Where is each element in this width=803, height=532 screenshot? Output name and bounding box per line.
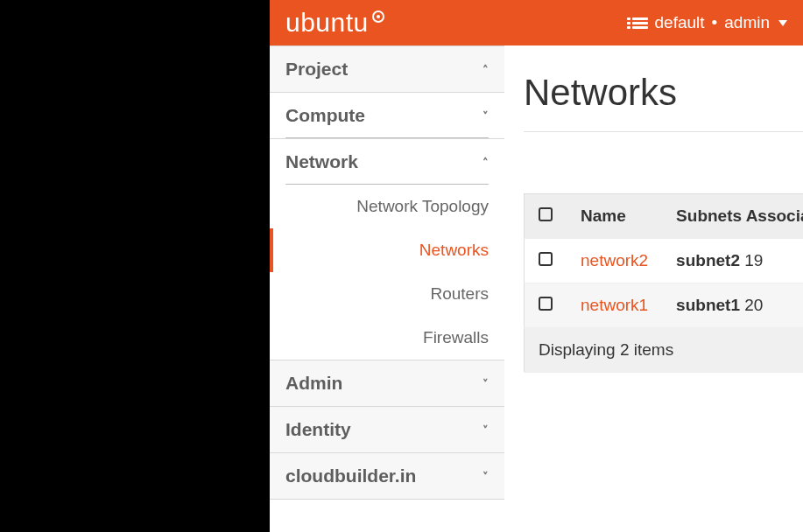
chevron-down-icon: ˅ — [483, 109, 489, 122]
sidebar-item-label: Admin — [285, 373, 342, 394]
domain-project-switcher[interactable]: default • admin — [632, 13, 787, 32]
main-area: Project ˄ Compute ˅ Network ˄ — [270, 46, 803, 532]
sidebar-item-label: Identity — [285, 419, 351, 440]
sidebar-item-label: Compute — [285, 105, 365, 126]
sidebar-item-label: Firewalls — [423, 328, 489, 347]
chevron-up-icon: ˄ — [483, 63, 489, 76]
sidebar-item-firewalls[interactable]: Firewalls — [270, 316, 504, 360]
select-all-checkbox[interactable] — [539, 207, 553, 221]
sidebar-item-label: Networks — [419, 241, 489, 260]
chevron-down-icon: ˅ — [483, 470, 489, 483]
column-name[interactable]: Name — [567, 194, 662, 239]
app-root: ubuntu default • admin Project ˄ Compute — [270, 0, 803, 532]
sidebar-item-compute[interactable]: Compute ˅ — [270, 93, 504, 138]
table-footer-row: Displaying 2 items — [525, 328, 804, 373]
sidebar-panel-cloudbuilder: cloudbuilder.in ˅ — [270, 452, 504, 500]
table-row: network1 subnet1 20 — [525, 284, 804, 328]
user-label: admin — [724, 13, 770, 32]
list-icon — [632, 18, 648, 29]
row-checkbox[interactable] — [539, 297, 553, 311]
sidebar-item-networks[interactable]: Networks — [270, 228, 504, 272]
sidebar-item-identity[interactable]: Identity ˅ — [270, 407, 504, 452]
network-subitems: Network Topology Networks Routers Firewa… — [270, 185, 504, 360]
sidebar-item-label: Network Topology — [356, 197, 489, 216]
network-link[interactable]: network2 — [581, 251, 648, 270]
sidebar-item-project[interactable]: Project ˄ — [270, 46, 504, 92]
sidebar-item-label: Network — [285, 151, 358, 172]
sidebar-panel-identity: Identity ˅ — [270, 406, 504, 452]
content: Networks Name Subnets Associated ne — [504, 46, 803, 532]
sidebar-item-label: Project — [285, 59, 348, 80]
chevron-down-icon: ˅ — [483, 424, 489, 437]
sidebar-item-cloudbuilder[interactable]: cloudbuilder.in ˅ — [270, 453, 504, 499]
chevron-down-icon — [778, 20, 787, 26]
brand-logo[interactable]: ubuntu — [285, 8, 384, 38]
left-black-margin — [0, 0, 270, 532]
networks-table: Name Subnets Associated network2 subnet2… — [524, 193, 803, 373]
sidebar-item-network-topology[interactable]: Network Topology — [270, 185, 504, 228]
column-subnets[interactable]: Subnets Associated — [662, 194, 803, 239]
sidebar-panel-admin: Admin ˅ — [270, 360, 504, 406]
chevron-up-icon: ˄ — [483, 156, 489, 169]
subnet-cell: subnet2 19 — [662, 239, 803, 284]
network-link[interactable]: network1 — [581, 296, 648, 314]
chevron-down-icon: ˅ — [483, 377, 489, 390]
topbar: ubuntu default • admin — [270, 0, 803, 46]
table-footer: Displaying 2 items — [525, 328, 804, 373]
sidebar-item-network[interactable]: Network ˄ — [270, 139, 504, 185]
sidebar-panel-project: Project ˄ — [270, 46, 504, 92]
sidebar-item-routers[interactable]: Routers — [270, 272, 504, 316]
sidebar-item-label: cloudbuilder.in — [285, 466, 416, 486]
circle-of-friends-icon — [372, 10, 384, 23]
row-checkbox[interactable] — [539, 252, 553, 266]
table-header-row: Name Subnets Associated — [525, 194, 804, 239]
dot-separator: • — [712, 13, 718, 32]
title-divider — [524, 131, 803, 132]
select-all-cell — [525, 194, 567, 239]
sidebar-item-admin[interactable]: Admin ˅ — [270, 360, 504, 406]
domain-label: default — [655, 13, 705, 32]
sidebar: Project ˄ Compute ˅ Network ˄ — [270, 46, 504, 532]
sidebar-item-label: Routers — [430, 284, 489, 304]
subnet-cell: subnet1 20 — [662, 284, 803, 328]
brand-word: ubuntu — [285, 8, 369, 38]
page-title: Networks — [524, 72, 803, 114]
table-row: network2 subnet2 19 — [525, 239, 804, 284]
